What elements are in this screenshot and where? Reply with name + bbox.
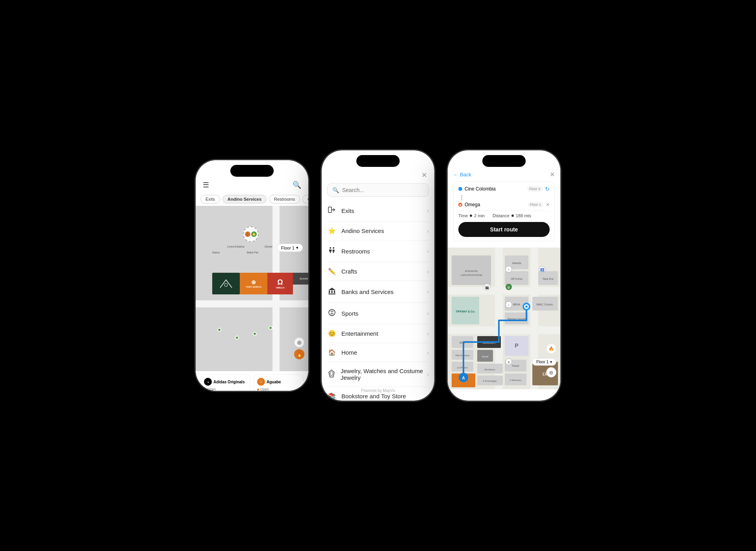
close-button[interactable]: ✕ [421,171,427,179]
chip-crafts[interactable]: Crafts [302,195,308,203]
menu-item-banks-left: Banks and Services [327,287,394,297]
svg-marker-10 [329,370,334,377]
menu-item-entertainment[interactable]: 😊 Entertainment › [327,324,429,343]
svg-text:A: A [462,376,465,380]
p3-floor-selector[interactable]: Floor 1 ▾ [532,358,556,366]
destination-dot [458,203,462,207]
hamburger-icon[interactable]: ☰ [203,181,209,189]
svg-text:New Era: New Era [543,277,554,280]
locate-btn[interactable]: ◎ [294,337,304,348]
p3-locate-btn[interactable]: ◎ [546,367,556,377]
phone-1-screen: ☰ 🔍 Exits Andino Services Restrooms Craf… [196,160,308,391]
pin-icon-door: 🚪 [245,231,250,237]
search-bar[interactable]: 🔍 [327,183,429,197]
map-dot-2 [235,336,239,340]
exits-icon [327,205,337,216]
svg-text:Montblanc: Montblanc [484,368,495,371]
svg-text:Villa Romana: Villa Romana [455,354,469,357]
store-longchamp[interactable] [212,273,240,294]
restrooms-label: Restrooms [341,248,370,255]
origin-location: Cine Colombia [458,186,496,192]
phones-container: ☰ 🔍 Exits Andino Services Restrooms Craf… [195,150,561,401]
svg-text:TIFFANY & Co.: TIFFANY & Co. [456,310,475,313]
chip-restrooms[interactable]: Restrooms [269,195,300,203]
home-label: Home [341,349,357,356]
entertainment-icon: 😊 [327,330,337,337]
aguabe-logo: A [257,378,265,386]
distance-dot [511,214,514,217]
p3-close-button[interactable]: ✕ [550,171,555,178]
store-toryburch[interactable]: ⊕ TORY BURCH [240,273,267,294]
svg-rect-1 [328,207,332,213]
time-dot [470,214,472,217]
jewelry-label: Jewelry, Watches and Costume Jewelry [341,368,427,381]
origin-row: Cine Colombia Floor 3 ↻ [458,186,550,192]
p3-fire-btn[interactable]: 🔥 [546,344,556,354]
phone-2-screen: ✕ 🔍 Exits › ⭐ [322,150,434,401]
label-diesel: Diesel [265,245,272,248]
chip-andino[interactable]: Andino Services [222,195,267,203]
svg-text:P: P [515,342,518,349]
time-stat: Time 2 min [458,213,485,218]
menu-item-exits[interactable]: Exits › [327,200,429,222]
svg-text:Inkanta: Inkanta [512,262,521,264]
menu-item-home-left: 🏠 Home [327,349,357,356]
menu-item-restrooms-left: Restrooms [327,246,370,256]
home-chevron: › [427,349,429,356]
svg-text:🎬: 🎬 [485,285,489,289]
route-stats: Time 2 min Distance 188 mts [458,213,550,218]
menu-item-andino[interactable]: ⭐ Andino Services › [327,222,429,240]
floor-selector[interactable]: Floor 1 ▾ [277,244,303,252]
clear-destination-icon[interactable]: ✕ [546,202,550,207]
menu-item-restrooms[interactable]: Restrooms › [327,240,429,262]
route-connector [461,194,462,201]
svg-text:Tissot: Tissot [512,364,519,367]
menu-item-home[interactable]: 🏠 Home › [327,343,429,362]
menu-item-jewelry[interactable]: Jewelry, Watches and Costume Jewelry › [327,362,429,387]
p1-bottom-cards: ★ Adidas Originals Open 👥 Sports 📍 Floor… [196,371,308,391]
svg-text:S: S [508,361,510,364]
fire-btn[interactable]: 🔥 [294,349,304,359]
p2-footer: Powered by MapVx [322,384,434,398]
store-omega[interactable]: Ω OMEGA [267,273,293,294]
route-card: Cine Colombia Floor 3 ↻ [453,181,555,241]
start-route-button[interactable]: Start route [458,222,550,237]
route-map-svg: Artesanias Latinoamericanas Inkanta Off … [448,248,560,389]
map-dot-3 [253,332,257,336]
menu-item-crafts[interactable]: ✏️ Crafts › [327,262,429,281]
refresh-icon[interactable]: ↻ [545,186,550,192]
store-glaus[interactable]: GLAUS [293,273,308,285]
dynamic-island-1 [230,165,274,177]
crafts-chevron: › [427,268,429,275]
distance-stat: Distance 188 mts [493,213,531,218]
banks-icon [327,287,337,297]
search-icon[interactable]: 🔍 [293,181,301,189]
p1-chips-row: Exits Andino Services Restrooms Crafts [196,192,308,206]
destination-floor: Floor 1 [528,202,543,207]
menu-item-sports[interactable]: Sports › [327,303,429,324]
distance-value: 188 mts [516,213,531,218]
jewelry-icon [327,369,336,379]
dynamic-island-3 [482,155,526,167]
andino-label: Andino Services [341,227,384,234]
crafts-icon: ✏️ [327,268,337,275]
back-arrow-icon: ← [453,172,458,178]
menu-item-banks[interactable]: Banks and Services › [327,281,429,303]
time-value: 2 min [474,213,485,218]
map-dot-4 [269,326,272,330]
svg-marker-7 [328,288,335,290]
adidas-logo: ★ [204,378,212,386]
svg-text:Diesel: Diesel [482,355,489,358]
svg-point-2 [330,247,331,249]
origin-floor: Floor 3 [527,186,543,192]
back-button[interactable]: ← Back [453,172,471,178]
road-horizontal [196,300,308,307]
store-card-aguabe: A Aguabe Open 👗 Fashion 📍 Floor 3 Mor [254,374,304,391]
phone-3-screen: ← Back ✕ Cine Colombia Floor 3 [448,150,560,401]
chip-exits[interactable]: Exits [200,195,220,203]
svg-text:♿: ♿ [540,268,544,272]
search-input[interactable] [342,187,424,193]
svg-text:Il Pomeriggio: Il Pomeriggio [483,380,497,382]
svg-rect-4 [329,290,330,293]
menu-item-exits-left: Exits [327,205,354,216]
